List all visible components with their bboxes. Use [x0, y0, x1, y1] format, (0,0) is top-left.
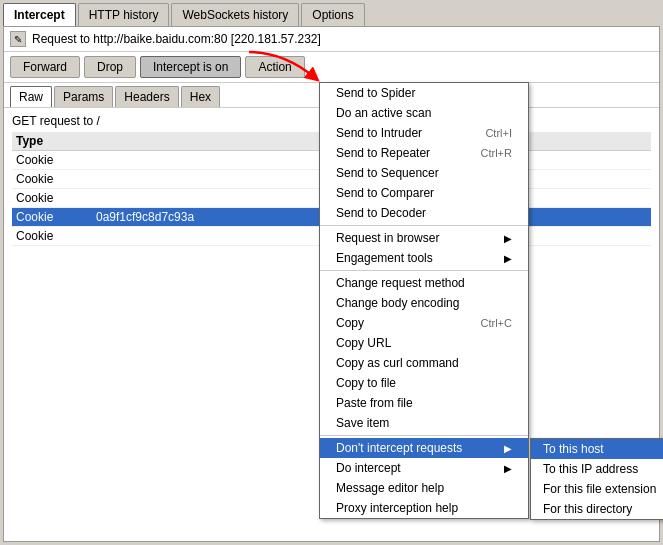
shortcut-repeater: Ctrl+R [481, 147, 512, 159]
arrow-icon-engagement: ▶ [504, 253, 512, 264]
menu-change-request-method[interactable]: Change request method [320, 273, 528, 293]
menu-copy-to-file[interactable]: Copy to file [320, 373, 528, 393]
menu-proxy-interception-help[interactable]: Proxy interception help [320, 498, 528, 518]
menu-send-to-decoder[interactable]: Send to Decoder [320, 203, 528, 223]
toolbar: Forward Drop Intercept is on Action [4, 52, 659, 83]
menu-change-body-encoding[interactable]: Change body encoding [320, 293, 528, 313]
menu-send-to-comparer[interactable]: Send to Comparer [320, 183, 528, 203]
sub-tab-hex[interactable]: Hex [181, 86, 220, 107]
menu-dont-intercept[interactable]: Don't intercept requests ▶ [320, 438, 528, 458]
row4-col1: Cookie [12, 208, 92, 227]
row2-col1: Cookie [12, 170, 92, 189]
tab-intercept[interactable]: Intercept [3, 3, 76, 26]
tab-bar: Intercept HTTP history WebSockets histor… [0, 0, 663, 26]
content-area: ✎ Request to http://baike.baidu.com:80 [… [3, 26, 660, 542]
col1-header: Type [12, 132, 92, 151]
separator-3 [320, 435, 528, 436]
menu-send-to-sequencer[interactable]: Send to Sequencer [320, 163, 528, 183]
submenu-for-file-ext[interactable]: For this file extension [531, 479, 663, 499]
sub-tab-raw[interactable]: Raw [10, 86, 52, 107]
sub-tab-params[interactable]: Params [54, 86, 113, 107]
sub-tab-headers[interactable]: Headers [115, 86, 178, 107]
menu-message-editor-help[interactable]: Message editor help [320, 478, 528, 498]
row3-col1: Cookie [12, 189, 92, 208]
edit-icon[interactable]: ✎ [10, 31, 26, 47]
menu-copy-url[interactable]: Copy URL [320, 333, 528, 353]
row5-col1: Cookie [12, 227, 92, 246]
menu-save-item[interactable]: Save item [320, 413, 528, 433]
tab-websockets-history[interactable]: WebSockets history [171, 3, 299, 26]
main-container: Intercept HTTP history WebSockets histor… [0, 0, 663, 545]
submenu-to-this-ip[interactable]: To this IP address [531, 459, 663, 479]
menu-send-to-spider[interactable]: Send to Spider [320, 83, 528, 103]
submenu: To this host To this IP address For this… [530, 438, 663, 520]
separator-1 [320, 225, 528, 226]
menu-engagement-tools[interactable]: Engagement tools ▶ [320, 248, 528, 268]
request-text: Request to http://baike.baidu.com:80 [22… [32, 32, 321, 46]
drop-button[interactable]: Drop [84, 56, 136, 78]
context-menu: Send to Spider Do an active scan Send to… [319, 82, 529, 519]
menu-active-scan[interactable]: Do an active scan [320, 103, 528, 123]
intercept-button[interactable]: Intercept is on [140, 56, 241, 78]
forward-button[interactable]: Forward [10, 56, 80, 78]
shortcut-intruder: Ctrl+I [485, 127, 512, 139]
menu-copy[interactable]: Copy Ctrl+C [320, 313, 528, 333]
menu-copy-curl[interactable]: Copy as curl command [320, 353, 528, 373]
row1-col1: Cookie [12, 151, 92, 170]
submenu-to-this-host[interactable]: To this host [531, 439, 663, 459]
arrow-icon-do-intercept: ▶ [504, 463, 512, 474]
menu-do-intercept[interactable]: Do intercept ▶ [320, 458, 528, 478]
submenu-container: Don't intercept requests ▶ To this host … [320, 438, 528, 458]
menu-send-to-repeater[interactable]: Send to Repeater Ctrl+R [320, 143, 528, 163]
menu-send-to-intruder[interactable]: Send to Intruder Ctrl+I [320, 123, 528, 143]
tab-http-history[interactable]: HTTP history [78, 3, 170, 26]
submenu-for-directory[interactable]: For this directory [531, 499, 663, 519]
menu-paste-from-file[interactable]: Paste from file [320, 393, 528, 413]
red-arrow [244, 47, 324, 87]
menu-request-in-browser[interactable]: Request in browser ▶ [320, 228, 528, 248]
shortcut-copy: Ctrl+C [481, 317, 512, 329]
separator-2 [320, 270, 528, 271]
arrow-icon-browser: ▶ [504, 233, 512, 244]
tab-options[interactable]: Options [301, 3, 364, 26]
request-bar: ✎ Request to http://baike.baidu.com:80 [… [4, 27, 659, 52]
arrow-icon-dont-intercept: ▶ [504, 443, 512, 454]
